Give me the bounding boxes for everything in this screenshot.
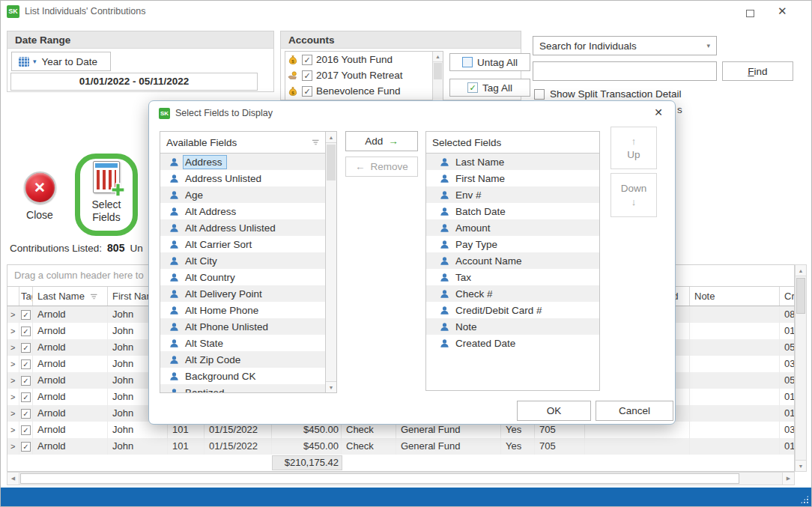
selected-field-item[interactable]: Env #: [426, 186, 599, 203]
grid-horizontal-scrollbar[interactable]: ◀ ▶: [7, 472, 795, 485]
select-fields-button[interactable]: Select Fields: [82, 161, 131, 224]
row-tag-checkbox[interactable]: [21, 409, 31, 419]
resize-grip[interactable]: [800, 495, 809, 504]
dialog-close-icon[interactable]: ✕: [654, 106, 663, 118]
account-checkbox[interactable]: [302, 86, 312, 97]
move-down-button[interactable]: Down ↓: [610, 173, 657, 217]
selected-field-item[interactable]: Pay Type: [426, 236, 599, 252]
available-field-item[interactable]: Alt Delivery Point: [160, 285, 325, 302]
available-field-item[interactable]: Alt Address: [160, 203, 325, 219]
selected-field-item[interactable]: First Name: [426, 170, 599, 186]
row-tag-checkbox[interactable]: [21, 442, 31, 452]
scroll-right-icon[interactable]: ▶: [782, 473, 794, 485]
account-checkbox[interactable]: [302, 55, 312, 65]
scrollbar-thumb[interactable]: [434, 63, 442, 79]
accounts-scrollbar[interactable]: ▲: [432, 52, 443, 100]
move-up-button[interactable]: ↑ Up: [610, 127, 657, 169]
expand-row-icon[interactable]: >: [10, 405, 15, 422]
row-tag-checkbox[interactable]: [21, 310, 31, 320]
add-label: Add: [365, 136, 383, 147]
tag-all-button[interactable]: Tag All: [449, 79, 530, 97]
available-field-item[interactable]: Address: [160, 154, 325, 170]
column-header-created[interactable]: Created Date: [780, 287, 795, 306]
available-fields-scrollbar[interactable]: ▲ ▼: [325, 132, 336, 392]
close-report-button[interactable]: ✕ Close: [19, 171, 61, 222]
available-field-item[interactable]: Baptized: [160, 384, 325, 392]
window-close-icon[interactable]: ✕: [778, 4, 787, 18]
selected-field-item[interactable]: Check #: [426, 285, 599, 302]
date-preset-label: Year to Date: [42, 56, 98, 67]
scroll-up-icon[interactable]: ▲: [796, 265, 806, 276]
available-field-item[interactable]: Alt City: [160, 252, 325, 269]
account-item[interactable]: $ 2017 Youth Retreat: [285, 67, 432, 83]
available-field-item[interactable]: Address Unlisted: [160, 170, 325, 186]
row-tag-checkbox[interactable]: [21, 327, 31, 336]
available-field-item[interactable]: Alt Country: [160, 269, 325, 285]
remove-field-button[interactable]: ← Remove: [345, 157, 418, 177]
column-header-note[interactable]: Note: [690, 287, 780, 306]
account-item[interactable]: $ Benevolence Fund: [285, 83, 432, 99]
find-button[interactable]: Find: [722, 61, 793, 81]
expand-row-icon[interactable]: >: [10, 306, 15, 323]
account-checkbox[interactable]: [302, 70, 312, 81]
selected-field-item[interactable]: Amount: [426, 219, 599, 236]
add-field-button[interactable]: Add →: [345, 131, 418, 151]
expand-row-icon[interactable]: >: [10, 438, 15, 455]
row-tag-checkbox[interactable]: [21, 359, 31, 369]
column-header-expander: [7, 287, 19, 306]
arrow-left-icon: ←: [355, 161, 366, 172]
search-input[interactable]: [533, 61, 717, 81]
available-field-item[interactable]: Alt Zip Code: [160, 351, 325, 368]
available-field-item[interactable]: Age: [160, 186, 325, 203]
cell-note: [690, 389, 780, 405]
scroll-down-icon[interactable]: ▼: [326, 381, 336, 392]
maximize-icon[interactable]: [746, 10, 754, 17]
search-for-combobox[interactable]: Search for Individuals ▾: [533, 36, 717, 55]
expand-row-icon[interactable]: >: [10, 339, 15, 356]
scroll-left-icon[interactable]: ◀: [7, 473, 19, 485]
scrollbar-thumb[interactable]: [20, 473, 739, 484]
available-fields-header[interactable]: Available Fields: [160, 132, 325, 154]
expand-row-icon[interactable]: >: [10, 323, 15, 339]
row-tag-checkbox[interactable]: [21, 425, 31, 435]
scrollbar-thumb[interactable]: [327, 145, 336, 180]
expand-row-icon[interactable]: >: [10, 372, 15, 389]
row-tag-checkbox[interactable]: [21, 392, 31, 402]
expand-row-icon[interactable]: >: [10, 389, 15, 405]
available-field-item[interactable]: Background CK: [160, 368, 325, 384]
row-tag-checkbox[interactable]: [21, 376, 31, 386]
split-detail-checkbox[interactable]: [534, 89, 545, 100]
selected-field-item[interactable]: Created Date: [426, 335, 599, 351]
available-field-item[interactable]: Alt State: [160, 335, 325, 351]
date-preset-button[interactable]: ▾ Year to Date: [11, 52, 111, 71]
available-field-item[interactable]: Alt Carrier Sort: [160, 236, 325, 252]
cancel-button[interactable]: Cancel: [596, 401, 673, 421]
available-field-item[interactable]: Alt Phone Unlisted: [160, 318, 325, 335]
table-row[interactable]: > Arnold John 101 01/15/2022 $450.00 Che…: [7, 438, 794, 455]
expand-row-icon[interactable]: >: [10, 356, 15, 372]
scroll-up-icon[interactable]: ▲: [433, 52, 443, 62]
untag-all-button[interactable]: Untag All: [449, 53, 530, 71]
field-label: Account Name: [454, 255, 526, 267]
selected-field-item[interactable]: Last Name: [426, 154, 599, 170]
scroll-up-icon[interactable]: ▲: [326, 132, 336, 143]
selected-field-item[interactable]: Note: [426, 318, 599, 335]
available-field-item[interactable]: Alt Address Unlisted: [160, 219, 325, 236]
expand-row-icon[interactable]: >: [10, 422, 15, 438]
available-field-item[interactable]: Alt Home Phone: [160, 302, 325, 318]
split-detail-checkbox-row[interactable]: Show Split Transaction Detail: [534, 88, 682, 100]
selected-fields-header-label: Selected Fields: [432, 137, 501, 148]
column-header-tag[interactable]: Tag: [19, 287, 33, 306]
selected-field-item[interactable]: Credit/Debit Card #: [426, 302, 599, 318]
scroll-down-icon[interactable]: ▼: [796, 460, 806, 471]
selected-field-item[interactable]: Account Name: [426, 252, 599, 269]
selected-field-item[interactable]: Batch Date: [426, 203, 599, 219]
account-item[interactable]: $ 2016 Youth Fund: [285, 52, 432, 67]
scrollbar-thumb[interactable]: [796, 278, 805, 314]
grid-vertical-scrollbar[interactable]: ▲ ▼: [795, 264, 807, 472]
ok-button[interactable]: OK: [517, 401, 591, 421]
selected-field-item[interactable]: Tax: [426, 269, 599, 285]
summary-suffix: Un: [130, 243, 142, 254]
column-header-last-name[interactable]: Last Name: [33, 287, 108, 306]
row-tag-checkbox[interactable]: [21, 343, 31, 353]
